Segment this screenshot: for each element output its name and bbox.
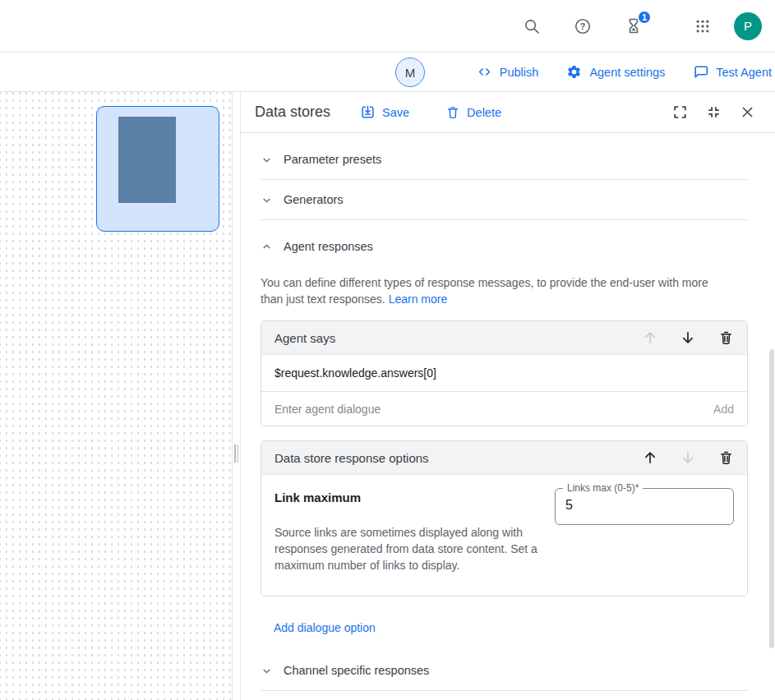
agent-settings-label: Agent settings: [589, 66, 665, 79]
section-channel-specific-responses[interactable]: Channel specific responses: [261, 651, 748, 690]
panel-gutter: [233, 92, 240, 700]
section-label: Generators: [284, 193, 344, 206]
test-agent-button[interactable]: Test Agent: [693, 64, 772, 80]
chat-icon: [693, 64, 708, 80]
section-label: Channel specific responses: [284, 664, 429, 677]
save-button[interactable]: Save: [360, 104, 409, 120]
panel-header: Data stores Save Delete: [241, 92, 775, 133]
trash-icon: [445, 105, 460, 120]
chevron-down-icon: [261, 194, 273, 206]
publish-button[interactable]: Publish: [477, 64, 539, 80]
links-max-field: Links max (0-5)*: [555, 488, 734, 525]
search-icon[interactable]: [515, 10, 548, 43]
divider: [261, 690, 748, 691]
notification-badge: 1: [637, 10, 652, 25]
add-button[interactable]: Add: [713, 403, 734, 416]
apps-grid-icon[interactable]: [686, 10, 719, 43]
agent-says-header: Agent says: [261, 321, 747, 354]
flow-node-preview: [118, 117, 176, 203]
agent-dialogue-input[interactable]: [274, 403, 713, 416]
scrollbar-thumb[interactable]: [769, 349, 774, 648]
intro-text: You can define different types of respon…: [261, 276, 708, 306]
agent-responses-description: You can define different types of respon…: [261, 274, 732, 307]
test-agent-label: Test Agent: [716, 66, 772, 79]
flow-canvas[interactable]: [0, 92, 233, 700]
code-icon: [477, 64, 492, 80]
top-app-bar: ? 1 P: [0, 0, 775, 53]
links-max-input[interactable]: [565, 498, 723, 513]
link-maximum-heading: Link maximum: [274, 490, 542, 504]
chevron-down-icon: [261, 665, 273, 677]
card-title: Data store response options: [274, 451, 622, 465]
data-store-options-header: Data store response options: [261, 441, 747, 474]
data-store-options-body: Link maximum Source links are sometimes …: [261, 474, 747, 596]
move-down-icon[interactable]: [678, 448, 698, 467]
section-generators[interactable]: Generators: [261, 180, 748, 219]
add-dialogue-option-link[interactable]: Add dialogue option: [274, 621, 376, 634]
link-maximum-description: Source links are sometimes displayed alo…: [274, 524, 542, 573]
delete-label: Delete: [467, 106, 501, 119]
fullscreen-icon[interactable]: [670, 103, 690, 122]
links-max-label: Links max (0-5)*: [563, 482, 643, 494]
account-avatar[interactable]: P: [734, 12, 762, 40]
flow-node[interactable]: [96, 106, 219, 232]
save-label: Save: [382, 106, 409, 119]
data-stores-panel: Data stores Save Delete: [240, 92, 775, 700]
card-title: Agent says: [274, 331, 622, 345]
gear-icon: [566, 64, 582, 80]
chevron-up-icon: [261, 241, 273, 253]
publish-label: Publish: [500, 66, 539, 79]
divider: [261, 219, 748, 220]
move-down-icon[interactable]: [678, 328, 698, 348]
trash-icon[interactable]: [716, 328, 736, 348]
move-up-icon[interactable]: [640, 448, 660, 467]
pending-tasks-icon[interactable]: 1: [617, 10, 650, 43]
panel-resize-handle[interactable]: [234, 444, 238, 463]
svg-text:?: ?: [580, 21, 585, 30]
panel-title: Data stores: [255, 104, 330, 121]
section-parameter-presets[interactable]: Parameter presets: [261, 140, 748, 179]
move-up-icon[interactable]: [640, 328, 660, 348]
section-label: Agent responses: [284, 240, 373, 253]
agent-settings-button[interactable]: Agent settings: [566, 64, 665, 80]
trash-icon[interactable]: [716, 448, 736, 467]
learn-more-link[interactable]: Learn more: [389, 292, 448, 306]
agent-says-message[interactable]: $request.knowledge.answers[0]: [261, 354, 747, 391]
panel-body: Parameter presets Generators Agent respo…: [241, 133, 775, 700]
agent-says-card: Agent says $request.knowledge.answers[0]…: [261, 320, 748, 426]
agent-dialogue-input-row: Add: [261, 391, 747, 426]
close-icon[interactable]: [737, 103, 757, 122]
section-label: Parameter presets: [284, 153, 381, 166]
save-icon: [360, 104, 376, 120]
chevron-down-icon: [261, 154, 273, 166]
flow-avatar[interactable]: M: [395, 58, 425, 87]
agent-toolbar: M Publish Agent settings Test Agent: [0, 53, 775, 92]
data-store-options-card: Data store response options Link maximum…: [261, 440, 748, 596]
section-agent-responses[interactable]: Agent responses: [261, 227, 748, 266]
main-area: Data stores Save Delete: [0, 92, 775, 700]
help-icon[interactable]: ?: [566, 10, 599, 43]
fullscreen-exit-icon[interactable]: [703, 103, 723, 122]
delete-button[interactable]: Delete: [445, 105, 501, 120]
